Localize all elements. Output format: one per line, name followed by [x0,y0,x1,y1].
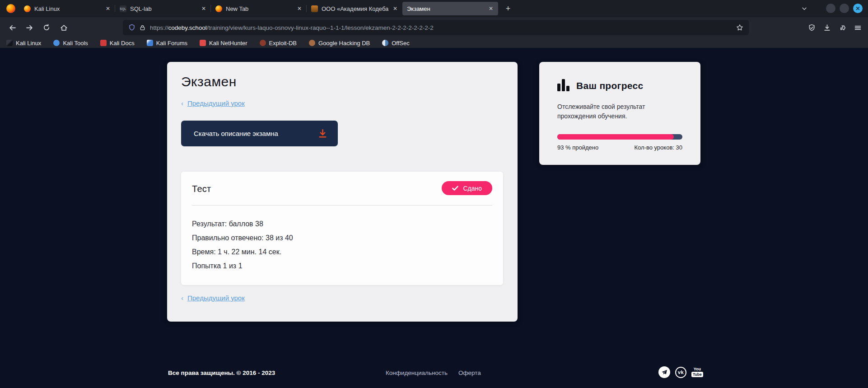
tab-close-icon[interactable]: ✕ [103,4,112,13]
back-button[interactable] [5,21,19,34]
tab-close-icon[interactable]: ✕ [199,4,208,13]
minimize-button[interactable] [826,4,835,13]
privacy-link[interactable]: Конфиденциальность [386,369,448,376]
tab-close-icon[interactable]: ✕ [391,4,400,13]
offer-link[interactable]: Оферта [458,369,481,376]
result-time: Время: 1 ч. 22 мин. 14 сек. [192,248,281,256]
close-window-button[interactable]: ✕ [853,4,863,13]
tab-sql-lab[interactable]: SQL SQL-lab ✕ [115,2,211,15]
tab-ekzamen-active[interactable]: Экзамен ✕ [402,2,498,15]
bookmarks-bar: Kali Linux Kali Tools Kali Docs Kali For… [0,38,868,48]
download-button-label: Скачать описание экзамна [194,130,278,137]
lessons-count-label: Кол-во уроков: 30 [634,144,682,151]
page-title: Экзамен [181,74,237,89]
bookmark-kali-forums[interactable]: Kali Forums [147,40,187,47]
passed-status-badge: Сдано [442,181,492,195]
downloads-icon[interactable] [823,24,831,32]
tab-bar: Kali Linux ✕ SQL SQL-lab ✕ New Tab ✕ ООО… [0,0,868,17]
social-icons: vk You Tube [658,366,703,378]
progress-percent-label: 93 % пройдено [557,144,598,151]
forward-button[interactable] [23,21,36,34]
bookmark-label: OffSec [392,40,410,47]
bookmark-label: Exploit-DB [269,40,297,47]
firefox-app-icon [6,4,15,13]
copyright-text: Все права защищены. © 2016 - 2023 [168,369,275,376]
bookmark-label: Google Hacking DB [318,40,370,47]
chevron-left-icon: ‹ [181,99,183,107]
tab-akademiya-kodebay[interactable]: ООО «Академия Кодеба ✕ [307,2,402,15]
firefox-icon [215,5,222,12]
window-controls: ✕ [826,4,863,13]
firefox-icon [24,5,31,12]
permissions-shield-icon[interactable] [128,24,135,31]
bookmark-kali-docs[interactable]: Kali Docs [100,40,135,47]
test-result-card: Тест Сдано Результат: баллов 38 Правильн… [181,172,503,285]
maximize-button[interactable] [840,4,849,13]
page-content: Экзамен ‹ Предыдущий урок Скачать описан… [0,48,868,388]
check-icon [452,186,458,191]
tab-new-tab[interactable]: New Tab ✕ [211,2,307,15]
bookmark-star-icon[interactable] [736,24,743,31]
site-favicon [311,5,318,12]
tab-kali-linux[interactable]: Kali Linux ✕ [19,2,115,15]
tracking-protection-shield-icon[interactable] [808,24,816,32]
tab-title: SQL-lab [130,5,199,12]
tab-close-icon[interactable]: ✕ [295,4,304,13]
progress-title: Ваш прогресс [576,80,643,91]
url-text: https://codeby.school/training/view/kurs… [150,24,434,31]
new-tab-button[interactable]: + [502,2,514,15]
bookmark-exploit-db[interactable]: Exploit-DB [260,40,297,47]
browser-window: Kali Linux ✕ SQL SQL-lab ✕ New Tab ✕ ООО… [0,0,868,388]
bookmark-label: Kali Linux [16,40,41,47]
sql-icon: SQL [120,5,126,12]
result-attempt: Попытка 1 из 1 [192,262,243,270]
download-exam-description-button[interactable]: Скачать описание экзамна [181,121,338,146]
previous-lesson-link-bottom[interactable]: ‹ Предыдущий урок [181,294,245,302]
kali-tools-favicon [53,40,60,46]
previous-lesson-link[interactable]: ‹ Предыдущий урок [181,99,245,107]
tab-title: Экзамен [407,5,486,12]
progress-bar [557,134,682,140]
list-all-tabs-chevron-icon[interactable] [798,3,810,14]
google-hacking-db-favicon [309,40,315,46]
menu-hamburger-icon[interactable] [854,24,862,32]
progress-fill [557,134,674,140]
offsec-favicon [382,40,388,46]
exam-card: Экзамен ‹ Предыдущий урок Скачать описан… [167,62,518,322]
bookmark-kali-nethunter[interactable]: Kali NetHunter [200,40,247,47]
url-bar[interactable]: https://codeby.school/training/view/kurs… [123,20,749,35]
tab-title: New Tab [226,5,295,12]
bookmark-offsec[interactable]: OffSec [382,40,410,47]
tab-title: Kali Linux [34,5,103,12]
vk-icon[interactable]: vk [675,367,686,378]
bookmark-kali-linux[interactable]: Kali Linux [6,40,41,47]
extensions-puzzle-icon[interactable] [839,24,846,32]
chevron-left-icon: ‹ [181,294,183,302]
telegram-icon[interactable] [658,366,670,378]
kali-docs-favicon [100,40,107,46]
badge-label: Сдано [463,185,482,192]
download-arrow-icon [317,128,328,139]
result-correct: Правильно отвечено: 38 из 40 [192,234,293,242]
bookmark-kali-tools[interactable]: Kali Tools [53,40,88,47]
kali-forums-favicon [147,40,153,46]
tab-title: ООО «Академия Кодеба [322,5,391,12]
result-score: Результат: баллов 38 [192,220,263,228]
divider [192,205,492,206]
test-title: Тест [192,184,211,194]
progress-description: Отслеживайте свой результат прохождения … [557,102,661,121]
youtube-icon[interactable]: You Tube [691,367,703,377]
home-button[interactable] [57,21,70,34]
bookmark-label: Kali NetHunter [209,40,247,47]
bar-chart-icon [557,79,569,91]
navigation-toolbar: https://codeby.school/training/view/kurs… [0,17,868,38]
previous-lesson-label: Предыдущий урок [187,99,245,107]
reload-button[interactable] [40,21,53,34]
tab-close-icon[interactable]: ✕ [486,4,495,13]
exploit-db-favicon [260,40,266,46]
bookmark-google-hacking-db[interactable]: Google Hacking DB [309,40,370,47]
previous-lesson-label: Предыдущий урок [187,294,245,302]
bookmark-label: Kali Tools [63,40,88,47]
progress-card: Ваш прогресс Отслеживайте свой результат… [539,62,700,165]
lock-icon[interactable] [140,24,145,31]
